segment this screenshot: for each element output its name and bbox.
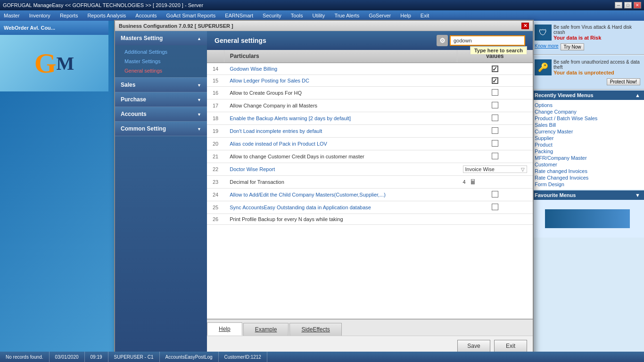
checkbox-unchecked-20[interactable] <box>492 140 498 147</box>
gs-table-container[interactable]: Particulars Values 14Godown Wise Billing… <box>207 50 533 319</box>
sidebar-common-header[interactable]: Common Setting <box>115 122 207 136</box>
menu-accounts[interactable]: Accounts <box>133 12 158 19</box>
checkbox-unchecked-18[interactable] <box>492 115 498 121</box>
try-now-button[interactable]: Try Now <box>561 43 585 50</box>
biz-title-bar: Business Configuration 7.0.92 [ SUPERUSE… <box>115 21 533 31</box>
row-label-22: Doctor Wise Report <box>224 163 457 176</box>
rv-item-product[interactable]: Product <box>535 141 640 148</box>
checkbox-unchecked-24[interactable] <box>492 191 498 197</box>
row-label-23: Decimal for Transaction <box>224 176 457 189</box>
checkbox-unchecked-25[interactable] <box>492 204 498 210</box>
checkbox-unchecked-21[interactable] <box>492 153 498 159</box>
row-value-17[interactable] <box>457 99 533 112</box>
logo-m: M <box>56 52 74 74</box>
row-value-21[interactable] <box>457 150 533 163</box>
exit-button[interactable]: Exit <box>494 340 527 352</box>
sidebar-masters-header[interactable]: Masters Setting <box>115 31 207 45</box>
tab-sideeffects[interactable]: SideEffects <box>289 323 341 336</box>
table-row: 24Allow to Add/Edit the Child Company Ma… <box>207 189 533 201</box>
sidebar-item-general-settings[interactable]: General settings <box>115 66 207 75</box>
row-value-16[interactable] <box>457 87 533 99</box>
know-more-link[interactable]: Know more <box>535 43 559 50</box>
col-num <box>207 50 224 63</box>
menu-goserver[interactable]: GoServer <box>367 12 393 19</box>
menu-reports-analysis[interactable]: Reports Analysis <box>85 12 128 19</box>
row-value-20[interactable] <box>457 138 533 150</box>
row-value-15[interactable]: ✓ <box>457 75 533 87</box>
numeric-btn-23[interactable]: 🖩 <box>470 178 476 186</box>
status-log: AccountsEasyPostLog <box>160 352 219 362</box>
protect-now-button[interactable]: Protect Now! <box>607 78 640 85</box>
row-value-22[interactable]: Invoice Wise▽ <box>457 163 533 176</box>
search-input[interactable] <box>450 35 525 46</box>
checkbox-checked-14[interactable]: ✓ <box>492 66 498 72</box>
close-button[interactable]: ✕ <box>634 2 641 8</box>
minimize-button[interactable]: ─ <box>615 2 622 8</box>
row-value-23[interactable]: 4🖩 <box>457 176 533 189</box>
dropdown-22[interactable]: Invoice Wise▽ <box>463 165 527 173</box>
sidebar-purchase-header[interactable]: Purchase <box>115 92 207 107</box>
menu-earnsmart[interactable]: EARNSmart <box>223 12 255 19</box>
favourite-menus-header: Favourite Menus ▼ <box>531 190 644 200</box>
menu-tools[interactable]: Tools <box>289 12 305 19</box>
row-label-26: Print Profile Backup for every N days wh… <box>224 214 457 225</box>
maximize-button[interactable]: □ <box>624 2 632 8</box>
biz-sidebar: Masters Setting Additional Settings Mast… <box>115 31 207 356</box>
checkbox-unchecked-16[interactable] <box>492 89 498 96</box>
numeric-cell-23[interactable]: 4🖩 <box>463 178 527 186</box>
accounts-expand-icon <box>197 111 201 117</box>
row-value-19[interactable] <box>457 125 533 138</box>
status-customer-id: CustomerID:1212 <box>219 352 267 362</box>
menu-master[interactable]: Master <box>2 12 22 19</box>
row-value-26[interactable] <box>457 214 533 225</box>
security-section-1: 🛡 Be safe from Virus attack & Hard disk … <box>531 21 644 55</box>
gear-icon[interactable]: ⚙ <box>437 35 448 46</box>
checkbox-unchecked-19[interactable] <box>492 127 498 134</box>
rv-item-change-company[interactable]: Change Company <box>535 108 640 115</box>
rv-item-packing[interactable]: Packing <box>535 148 640 155</box>
biz-main: General settings ⚙ Type here to search P… <box>207 31 533 356</box>
checkbox-unchecked-17[interactable] <box>492 102 498 108</box>
row-label-25: Sync AccountsEasy Outstanding data in Ap… <box>224 201 457 214</box>
row-value-14[interactable]: ✓ <box>457 63 533 75</box>
menu-exit[interactable]: Exit <box>419 12 431 19</box>
row-label-21: Allow to change Customer Credit Days in … <box>224 150 457 163</box>
row-value-24[interactable] <box>457 189 533 201</box>
rv-item-options[interactable]: Options <box>535 102 640 108</box>
table-row: 22Doctor Wise ReportInvoice Wise▽ <box>207 163 533 176</box>
row-label-15: Allow Ledger Posting for Sales DC <box>224 75 457 87</box>
rv-item-supplier[interactable]: Supplier <box>535 135 640 141</box>
favourite-menus-collapse-icon[interactable]: ▼ <box>635 192 640 198</box>
rv-item-product-batch[interactable]: Product / Batch Wise Sales <box>535 115 640 122</box>
biz-close-button[interactable]: ✕ <box>521 23 529 29</box>
sidebar-item-master-settings[interactable]: Master Settings <box>115 57 207 66</box>
checkbox-checked-15[interactable]: ✓ <box>492 77 498 84</box>
menu-inventory[interactable]: Inventory <box>27 12 52 19</box>
tab-help[interactable]: Help <box>207 322 242 336</box>
menu-utility[interactable]: Utility <box>310 12 327 19</box>
rv-item-sales-bill[interactable]: Sales Bill <box>535 122 640 128</box>
rv-item-rate-changed-uc[interactable]: Rate Changed Invoices <box>535 174 640 181</box>
biz-title-text: Business Configuration 7.0.92 [ SUPERUSE… <box>119 23 233 29</box>
sidebar-accounts-header[interactable]: Accounts <box>115 107 207 121</box>
rv-item-currency-master[interactable]: Currency Master <box>535 128 640 135</box>
menu-security[interactable]: Security <box>261 12 283 19</box>
row-value-25[interactable] <box>457 201 533 214</box>
tab-example[interactable]: Example <box>243 323 289 336</box>
rv-item-rate-changed-lc[interactable]: Rate changed Invoices <box>535 168 640 174</box>
sidebar-sales-header[interactable]: Sales <box>115 78 207 92</box>
save-button[interactable]: Save <box>457 340 490 352</box>
menu-goact[interactable]: GoAct Smart Reports <box>165 12 218 19</box>
status-user: SUPERUSER - C1 <box>108 352 160 362</box>
menu-help[interactable]: Help <box>398 12 413 19</box>
row-value-18[interactable] <box>457 112 533 125</box>
rv-item-customer[interactable]: Customer <box>535 161 640 168</box>
rv-item-mfr[interactable]: MFR/Company Master <box>535 155 640 161</box>
recently-viewed-collapse-icon[interactable]: ▲ <box>635 92 640 98</box>
rv-item-form-design[interactable]: Form Design <box>535 181 640 188</box>
sidebar-item-additional-settings[interactable]: Additional Settings <box>115 47 207 57</box>
menu-reports[interactable]: Reports <box>58 12 80 19</box>
col-particulars: Particulars <box>224 50 457 63</box>
sidebar-section-accounts: Accounts <box>115 107 207 122</box>
menu-true-alerts[interactable]: True Alerts <box>332 12 361 19</box>
